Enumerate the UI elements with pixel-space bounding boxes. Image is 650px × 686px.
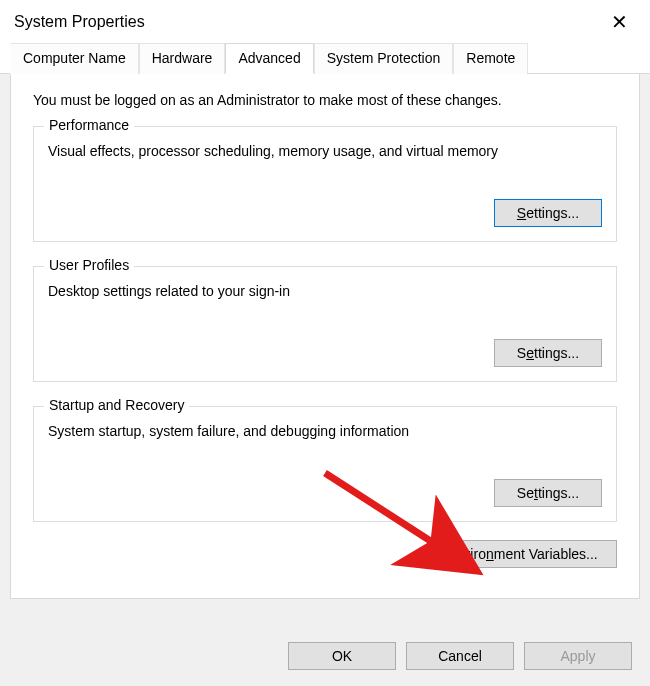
group-performance-desc: Visual effects, processor scheduling, me… <box>48 143 602 159</box>
group-startup-recovery: Startup and Recovery System startup, sys… <box>33 406 617 522</box>
apply-button[interactable]: Apply <box>524 642 632 670</box>
dialog-buttons: OK Cancel Apply <box>0 632 650 686</box>
startup-recovery-settings-button[interactable]: Settings... <box>494 479 602 507</box>
cancel-button[interactable]: Cancel <box>406 642 514 670</box>
tab-hardware[interactable]: Hardware <box>139 43 226 74</box>
group-startup-recovery-legend: Startup and Recovery <box>44 397 189 413</box>
group-performance-legend: Performance <box>44 117 134 133</box>
group-performance: Performance Visual effects, processor sc… <box>33 126 617 242</box>
tab-computer-name[interactable]: Computer Name <box>10 43 139 74</box>
tab-bar: Computer Name Hardware Advanced System P… <box>0 42 650 74</box>
tab-advanced[interactable]: Advanced <box>225 43 313 74</box>
titlebar: System Properties ✕ <box>0 0 650 42</box>
tab-system-protection[interactable]: System Protection <box>314 43 454 74</box>
group-user-profiles-desc: Desktop settings related to your sign-in <box>48 283 602 299</box>
ok-button[interactable]: OK <box>288 642 396 670</box>
user-profiles-settings-button[interactable]: Settings... <box>494 339 602 367</box>
group-user-profiles-legend: User Profiles <box>44 257 134 273</box>
window-title: System Properties <box>14 13 145 31</box>
performance-settings-button[interactable]: Settings... <box>494 199 602 227</box>
tab-pane-advanced: You must be logged on as an Administrato… <box>10 74 640 599</box>
group-startup-recovery-desc: System startup, system failure, and debu… <box>48 423 602 439</box>
tab-remote[interactable]: Remote <box>453 43 528 74</box>
admin-notice: You must be logged on as an Administrato… <box>33 92 617 108</box>
environment-variables-button[interactable]: Environment Variables... <box>427 540 617 568</box>
close-icon[interactable]: ✕ <box>603 8 636 36</box>
group-user-profiles: User Profiles Desktop settings related t… <box>33 266 617 382</box>
